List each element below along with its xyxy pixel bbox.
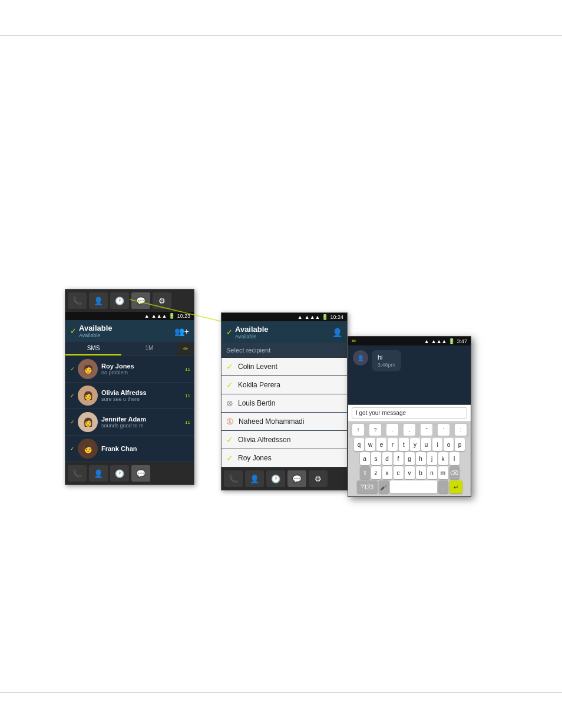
chat-area: 👤 hi 3:46pm (348, 345, 471, 404)
contact-item-roy[interactable]: ✓ 🧑 Roy Jones no problem 11 (65, 356, 194, 383)
key-u[interactable]: u (421, 438, 431, 451)
bottom-history-icon[interactable]: 🕐 (110, 465, 129, 482)
screen1-substatus: Available (79, 332, 113, 338)
compose-icon[interactable]: ✏ (183, 345, 188, 352)
key-p[interactable]: p (455, 438, 465, 451)
key-comma[interactable]: , (404, 424, 415, 436)
battery-icon: 🔋 (168, 313, 175, 319)
screen2-history-icon[interactable]: 🕐 (266, 470, 285, 487)
screen3-signal-icon: ▲▲▲ (431, 338, 447, 344)
key-g[interactable]: g (405, 452, 415, 465)
recipient-colin[interactable]: ✓ Colin Levent (222, 358, 347, 376)
key-t[interactable]: t (399, 438, 409, 451)
key-v[interactable]: v (405, 466, 415, 479)
contact-item-jennifer[interactable]: ✓ 👩 Jennifer Adam sounds good to m 11 (65, 409, 194, 436)
key-space[interactable] (390, 480, 437, 493)
screen2-settings-icon[interactable]: ⚙ (309, 470, 328, 487)
bubble-time: 3:46pm (378, 362, 395, 368)
screen2-chat-icon[interactable]: 💬 (287, 470, 306, 487)
key-h[interactable]: h (416, 452, 426, 465)
chat-avatar: 👤 (353, 350, 368, 365)
key-shift[interactable]: ⇧ (360, 466, 370, 479)
key-l[interactable]: l (449, 452, 459, 465)
screen3-time: 3:47 (457, 338, 467, 344)
status-naheed-icon: ① (226, 417, 234, 426)
screen2-bottom-toolbar: 📞 👤 🕐 💬 ⚙ (222, 467, 347, 490)
screen3-statusbar: ✏ ▲ ▲▲▲ 🔋 3:47 (348, 337, 471, 345)
key-apos[interactable]: ' (438, 424, 449, 436)
tab-sms[interactable]: SMS (65, 342, 121, 355)
key-numbers[interactable]: ?123 (357, 480, 378, 493)
recipient-roy[interactable]: ✓ Roy Jones (222, 449, 347, 467)
screen1-bottom-toolbar: 📞 👤 🕐 💬 (65, 462, 194, 485)
recipient-olivia[interactable]: ✓ Olivia Alfredsson (222, 431, 347, 449)
history-icon[interactable]: 🕐 (110, 292, 129, 309)
keyboard-special-row: ! ? . , " ' : (350, 423, 469, 437)
screen2-available-header: ✓ Available Available 👤 (222, 321, 347, 343)
key-d[interactable]: d (382, 452, 392, 465)
key-excl[interactable]: ! (352, 424, 364, 436)
key-period-bottom[interactable]: . (438, 480, 448, 493)
key-quote[interactable]: " (421, 424, 432, 436)
key-n[interactable]: n (427, 466, 437, 479)
key-x[interactable]: x (382, 466, 392, 479)
key-a[interactable]: a (360, 452, 370, 465)
key-y[interactable]: y (410, 438, 420, 451)
tab-1m[interactable]: 1M (121, 342, 177, 355)
recipient-name-roy: Roy Jones (238, 454, 272, 462)
screen3-battery-icon: 🔋 (448, 338, 455, 344)
contact-name-roy: Roy Jones (101, 363, 183, 370)
key-k[interactable]: k (438, 452, 448, 465)
contact-item-olivia[interactable]: ✓ 👩 Olivia Alfredss sure see u there 11 (65, 383, 194, 409)
key-f[interactable]: f (394, 452, 404, 465)
bottom-chat-icon[interactable]: 💬 (131, 465, 150, 482)
key-s[interactable]: s (371, 452, 381, 465)
screen2-status: Available (235, 325, 269, 334)
key-i[interactable]: i (432, 438, 442, 451)
key-j[interactable]: j (427, 452, 437, 465)
phone-icon[interactable]: 📞 (68, 292, 87, 309)
key-r[interactable]: r (388, 438, 398, 451)
recipient-kokila[interactable]: ✓ Kokila Perera (222, 376, 347, 394)
key-period-sp[interactable]: . (386, 424, 398, 436)
screen1-toolbar: 📞 👤 🕐 💬 ⚙ (65, 289, 194, 312)
bottom-phone-icon[interactable]: 📞 (68, 465, 87, 482)
key-quest[interactable]: ? (369, 424, 381, 436)
available-check-icon: ✓ (70, 327, 77, 335)
chat-icon[interactable]: 💬 (131, 292, 150, 309)
chat-message-row: 👤 hi 3:46pm (353, 350, 466, 374)
screen2-contacts-icon[interactable]: 👤 (245, 470, 264, 487)
contact-item-frank[interactable]: ✓ 🧑 Frank Chan (65, 436, 194, 462)
key-q[interactable]: q (354, 438, 364, 451)
screen2-phone-icon[interactable]: 📞 (224, 470, 243, 487)
contact-time-roy: 11 (185, 367, 190, 372)
key-enter[interactable]: ↵ (449, 480, 462, 493)
message-input[interactable] (352, 407, 467, 419)
recipient-name-colin: Colin Levent (238, 363, 277, 371)
settings-icon[interactable]: ⚙ (153, 292, 171, 309)
key-mic[interactable]: 🎤 (379, 480, 389, 493)
status-icon-jennifer: ✓ (69, 419, 76, 426)
key-o[interactable]: o (444, 438, 454, 451)
key-e[interactable]: e (376, 438, 386, 451)
screen2-add-icon[interactable]: 👤 (332, 328, 342, 337)
add-contact-icon[interactable]: 👥+ (174, 327, 189, 336)
key-m[interactable]: m (438, 466, 448, 479)
bottom-contacts-icon[interactable]: 👤 (89, 465, 108, 482)
recipient-louis[interactable]: ⊗ Louis Bertin (222, 394, 347, 413)
key-backspace[interactable]: ⌫ (449, 466, 459, 479)
contacts-icon[interactable]: 👤 (89, 292, 108, 309)
key-z[interactable]: z (371, 466, 381, 479)
screen2-check-icon: ✓ (226, 328, 233, 337)
key-w[interactable]: w (365, 438, 375, 451)
recipient-name-naheed: Naheed Mohammadi (239, 417, 304, 426)
key-c[interactable]: c (394, 466, 404, 479)
screen2-recipient-select: ▲ ▲▲▲ 🔋 10:24 ✓ Available Available 👤 Se… (221, 312, 348, 490)
key-colon[interactable]: : (455, 424, 467, 436)
recipient-naheed[interactable]: ① Naheed Mohammadi (222, 413, 347, 431)
screen3-compose-icon: ✏ (352, 338, 356, 344)
screen2-statusbar: ▲ ▲▲▲ 🔋 10:24 (222, 313, 347, 321)
bubble-text: hi (378, 354, 395, 361)
key-b[interactable]: b (416, 466, 426, 479)
avatar-roy: 🧑 (78, 359, 98, 379)
